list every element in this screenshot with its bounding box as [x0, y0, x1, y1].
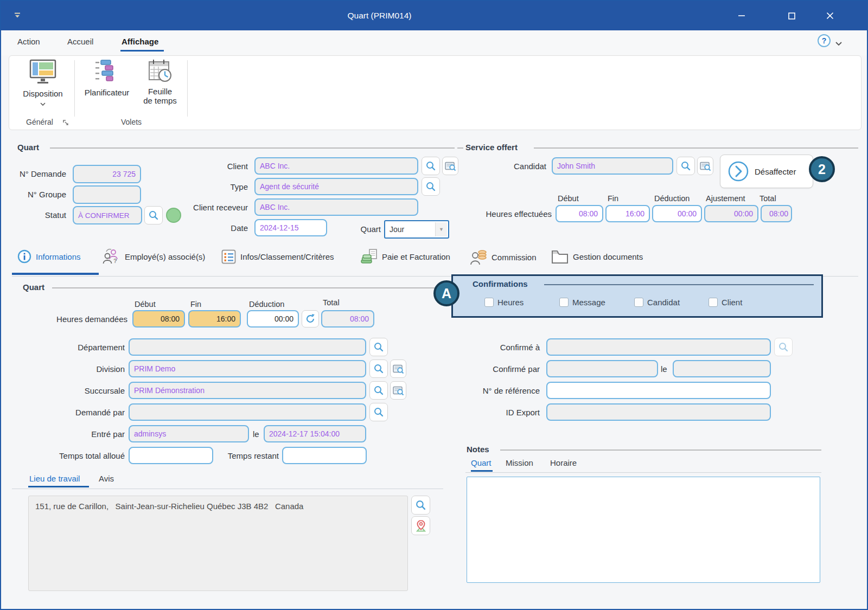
- notes-tab-horaire[interactable]: Horaire: [550, 458, 577, 467]
- browse-record-icon: [393, 386, 404, 396]
- client-browse-button[interactable]: [442, 157, 458, 175]
- succursale-browse-button[interactable]: [390, 381, 406, 400]
- help-dropdown-chevron-icon[interactable]: [835, 38, 842, 48]
- close-button[interactable]: [818, 1, 843, 30]
- checkbox-heures[interactable]: Heures: [484, 298, 524, 307]
- quart-group-title: Quart: [17, 143, 39, 152]
- heures-demandees-deduction-field[interactable]: 00:00: [247, 310, 299, 328]
- browse-record-icon: [445, 161, 456, 171]
- tab-employes-associes[interactable]: ? Employé(s) associé(s): [102, 247, 205, 266]
- departement-field[interactable]: [129, 338, 366, 356]
- planificateur-label: Planificateur: [80, 88, 134, 97]
- candidat-checkbox[interactable]: [634, 298, 643, 307]
- confirme-a-lookup-button[interactable]: [774, 338, 793, 356]
- tab-commission[interactable]: Commission: [470, 248, 537, 266]
- checkbox-client[interactable]: Client: [709, 298, 742, 307]
- heures-effectuees-debut-field[interactable]: 08:00: [556, 205, 603, 222]
- heures-checkbox[interactable]: [484, 298, 494, 307]
- confirme-a-label: Confirmé à: [430, 343, 540, 352]
- heures-effectuees-fin-field[interactable]: 16:00: [605, 205, 650, 222]
- tab-infos-classement-criteres[interactable]: Infos/Classement/Critères: [221, 249, 334, 264]
- combobox-arrow-icon[interactable]: ▼: [435, 222, 447, 236]
- service-group-line: [534, 147, 858, 149]
- succursale-label: Succursale: [1, 386, 125, 395]
- confirme-par-field[interactable]: [546, 360, 658, 377]
- notes-line: [500, 450, 821, 451]
- confirme-le-label: le: [661, 364, 669, 374]
- quart-group-line: [50, 147, 455, 149]
- no-groupe-field[interactable]: [73, 185, 141, 204]
- temps-restant-field[interactable]: [282, 447, 367, 464]
- feuille-de-temps-button[interactable]: Feuille de temps: [137, 59, 183, 115]
- tab-avis[interactable]: Avis: [99, 474, 114, 483]
- notes-tab-quart[interactable]: Quart: [471, 458, 492, 467]
- succursale-lookup-button[interactable]: [369, 381, 388, 400]
- division-browse-button[interactable]: [390, 359, 406, 378]
- help-button[interactable]: ?: [818, 34, 831, 47]
- notes-textarea[interactable]: [467, 477, 820, 583]
- reference-field[interactable]: [546, 382, 771, 399]
- address-lookup-button[interactable]: [411, 496, 430, 515]
- statut-field[interactable]: À CONFIRMER: [73, 206, 142, 224]
- tab-lieu-de-travail[interactable]: Lieu de travail: [29, 474, 80, 483]
- checkbox-message[interactable]: Message: [559, 298, 605, 307]
- tab-informations[interactable]: Informations: [17, 249, 81, 264]
- candidat-browse-button[interactable]: [697, 157, 713, 175]
- checklist-icon: [221, 249, 236, 264]
- heures-effectuees-total-field[interactable]: 08:00: [761, 205, 792, 222]
- heures-demandees-total-field[interactable]: 08:00: [321, 310, 374, 328]
- no-demande-field[interactable]: 23 725: [73, 165, 141, 183]
- client-lookup-button[interactable]: [422, 157, 440, 175]
- candidat-lookup-button[interactable]: [676, 157, 695, 175]
- checkbox-candidat[interactable]: Candidat: [634, 298, 680, 307]
- heures-effectuees-ajustement-field[interactable]: 00:00: [704, 205, 758, 222]
- recalculate-button[interactable]: [302, 310, 319, 328]
- message-checkbox[interactable]: [559, 298, 569, 307]
- type-field[interactable]: Agent de sécurité: [254, 178, 418, 195]
- menu-tab-affichage[interactable]: Affichage: [122, 37, 158, 46]
- demande-par-field[interactable]: [129, 403, 366, 421]
- candidat-field[interactable]: John Smith: [552, 157, 673, 175]
- disposition-button[interactable]: Disposition: [16, 59, 70, 115]
- date-label: Date: [164, 223, 248, 233]
- confirme-a-field[interactable]: [546, 338, 771, 356]
- division-lookup-button[interactable]: [369, 359, 388, 378]
- heures-demandees-label: Heures demandées: [34, 314, 127, 324]
- succursale-field[interactable]: PRIM Démonstration: [129, 382, 366, 399]
- menu-tab-accueil[interactable]: Accueil: [67, 37, 93, 46]
- desaffecter-button[interactable]: Désaffecter: [720, 155, 813, 188]
- heures-demandees-debut-field[interactable]: 08:00: [132, 310, 185, 328]
- departement-lookup-button[interactable]: [369, 338, 388, 356]
- statut-lookup-button[interactable]: [144, 206, 163, 224]
- division-field[interactable]: PRIM Demo: [129, 360, 366, 377]
- col-total-header: Total: [760, 194, 776, 203]
- client-field[interactable]: ABC Inc.: [254, 157, 418, 175]
- maximize-button[interactable]: [779, 1, 804, 30]
- temps-alloue-field[interactable]: [129, 447, 213, 464]
- candidat-label: Candidat: [478, 162, 546, 171]
- demande-par-lookup-button[interactable]: [369, 403, 388, 421]
- type-lookup-button[interactable]: [422, 177, 440, 196]
- heures-demandees-fin-field[interactable]: 16:00: [188, 310, 241, 328]
- planificateur-button[interactable]: Planificateur: [80, 59, 134, 115]
- search-icon: [680, 160, 691, 171]
- id-export-field[interactable]: [546, 403, 771, 421]
- confirme-date-field[interactable]: [673, 360, 771, 377]
- date-field[interactable]: 2024-12-15: [254, 219, 327, 236]
- dialog-launcher-icon[interactable]: [62, 119, 69, 129]
- entre-date-field[interactable]: 2024-12-17 15:04:00: [264, 425, 366, 442]
- tab-gestion-documents[interactable]: Gestion documents: [551, 249, 643, 264]
- map-button[interactable]: [411, 516, 430, 535]
- tab-paie-facturation[interactable]: Paie et Facturation: [360, 248, 450, 265]
- notes-title: Notes: [467, 445, 489, 454]
- notes-tab-mission[interactable]: Mission: [506, 458, 533, 467]
- menu-tab-action[interactable]: Action: [17, 37, 40, 46]
- minimize-button[interactable]: [729, 1, 754, 30]
- entre-par-field[interactable]: adminsys: [129, 425, 249, 442]
- search-icon: [415, 499, 426, 511]
- quart-combobox[interactable]: Jour ▼: [384, 220, 449, 239]
- client-checkbox[interactable]: [709, 298, 718, 307]
- heures-effectuees-deduction-field[interactable]: 00:00: [652, 205, 702, 222]
- client-receveur-field[interactable]: ABC Inc.: [254, 198, 418, 216]
- employees-icon: ?: [102, 247, 120, 266]
